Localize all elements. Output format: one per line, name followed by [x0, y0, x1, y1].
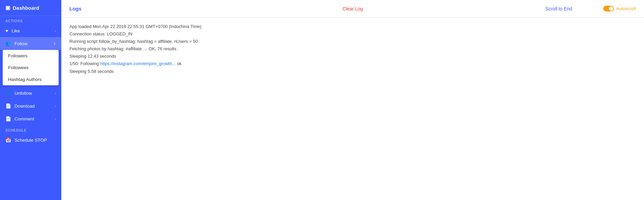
log-follow-suffix: ok: [176, 61, 182, 66]
heart-icon: ♥: [5, 28, 8, 33]
log-line-3: Running script follow_by_hashtag: hashta…: [69, 38, 636, 45]
sidebar: ▣ Dashboard ACTIONS ♥ Like › 👥 Follow ∨ …: [0, 0, 61, 200]
download-chevron-icon: ›: [55, 104, 56, 108]
clear-log-button[interactable]: Clear Log: [339, 5, 367, 13]
autoscroll-knob: [609, 6, 613, 11]
followers-item[interactable]: Followers: [3, 50, 59, 62]
logs-toolbar: Logs Clear Log Scroll to End Autoscroll: [61, 0, 644, 18]
followees-item[interactable]: Followees: [3, 62, 59, 74]
unfollow-label: Unfollow: [14, 91, 55, 96]
comment-chevron-icon: ›: [55, 117, 56, 121]
sidebar-item-like[interactable]: ♥ Like ›: [0, 24, 61, 37]
sidebar-item-download[interactable]: 📄 Download ›: [0, 99, 61, 112]
download-icon: 📄: [5, 103, 11, 109]
sidebar-item-schedule-stop[interactable]: 📅 Schedule STOP: [0, 134, 61, 146]
log-follow-link[interactable]: https://instagram.com/empire_growth...: [100, 61, 176, 66]
scroll-to-end-button[interactable]: Scroll to End: [541, 5, 576, 13]
log-follow-prefix: 1/50: Following: [69, 61, 100, 66]
hashtag-authors-item[interactable]: Hashtag Authors: [3, 74, 59, 85]
sidebar-item-follow[interactable]: 👥 Follow ∨: [0, 37, 61, 50]
sidebar-item-unfollow[interactable]: 👤 Unfollow ›: [0, 87, 61, 99]
sidebar-item-comment[interactable]: 📄 Comment ›: [0, 112, 61, 125]
log-line-2: Connection status: LOGGED_IN: [69, 30, 636, 38]
schedule-section-label: SCHEDULE: [0, 125, 61, 134]
log-line-1: App loaded Mon Apr 22 2019 22:55:31 GMT+…: [69, 23, 636, 30]
dashboard-icon: ▣: [5, 5, 10, 11]
log-line-6: 1/50: Following https://instagram.com/em…: [69, 60, 636, 67]
like-chevron-icon: ›: [55, 29, 56, 33]
schedule-icon: 📅: [5, 137, 11, 143]
log-content[interactable]: App loaded Mon Apr 22 2019 22:55:31 GMT+…: [61, 18, 644, 200]
autoscroll-switch[interactable]: [603, 6, 614, 11]
log-line-4: Fetching photos by hashtag: #affiliate ……: [69, 45, 636, 53]
logs-title: Logs: [69, 6, 82, 11]
follow-label: Follow: [14, 41, 53, 46]
log-line-5: Sleeping 12.43 seconds: [69, 53, 636, 60]
follow-icon: 👥: [5, 41, 11, 46]
main-panel: Logs Clear Log Scroll to End Autoscroll …: [61, 0, 644, 200]
autoscroll-toggle[interactable]: Autoscroll: [603, 6, 636, 11]
actions-section-label: ACTIONS: [0, 16, 61, 24]
app-title: Dashboard: [13, 5, 39, 11]
follow-dropdown: Followers Followees Hashtag Authors: [3, 50, 59, 85]
sidebar-header: ▣ Dashboard: [0, 0, 61, 16]
unfollow-chevron-icon: ›: [55, 91, 56, 95]
download-label: Download: [14, 104, 55, 109]
log-line-7: Sleeping 5.58 seconds: [69, 68, 636, 75]
comment-label: Comment: [14, 116, 55, 121]
schedule-stop-label: Schedule STOP: [14, 138, 56, 143]
like-label: Like: [11, 28, 55, 33]
follow-chevron-icon: ∨: [53, 41, 56, 46]
autoscroll-label: Autoscroll: [616, 6, 636, 11]
comment-icon: 📄: [5, 116, 11, 121]
unfollow-icon: 👤: [5, 90, 11, 96]
